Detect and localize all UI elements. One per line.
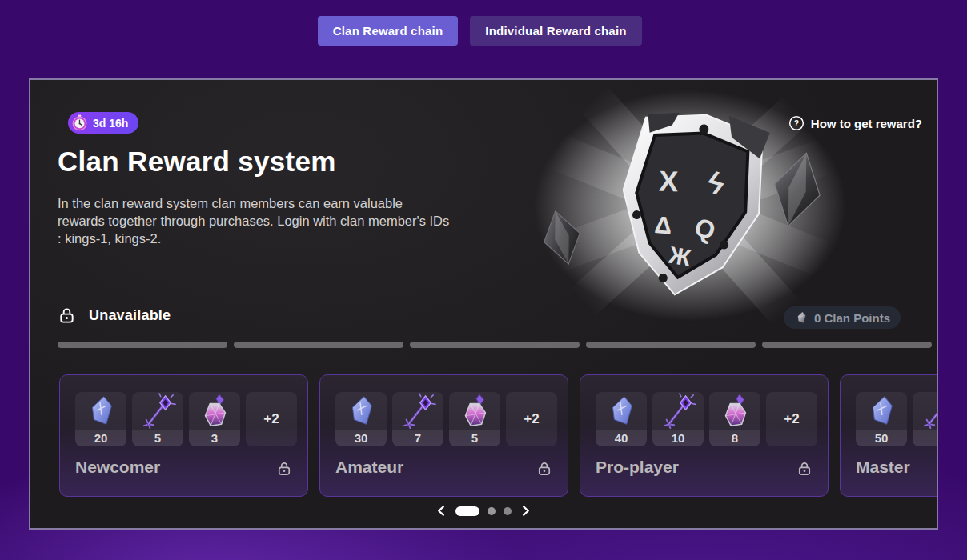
scepter-icon: [392, 392, 443, 430]
tier-title: Master: [856, 458, 910, 477]
carousel-page-active[interactable]: [455, 506, 479, 516]
how-to-get-reward-link[interactable]: How to get reward?: [788, 115, 922, 131]
panel-content: 3d 16h Clan Reward system In the clan re…: [30, 80, 937, 528]
tab-clan-reward-chain[interactable]: Clan Reward chain: [318, 16, 458, 46]
reward-item: 8: [709, 392, 760, 446]
reward-count: 20: [75, 430, 126, 446]
reward-count: 7: [392, 430, 443, 446]
crystal-icon: [75, 392, 126, 430]
reward-count: 50: [856, 430, 907, 446]
progress-segment: [234, 342, 403, 348]
reward-tiles: 30 7 5 +2: [335, 392, 557, 446]
timer-badge: 3d 16h: [68, 112, 138, 134]
more-rewards-tile: +2: [506, 392, 557, 446]
reward-item: 50: [856, 392, 907, 446]
question-icon: [788, 115, 804, 131]
reward-item: 10: [652, 392, 704, 446]
gray-gem-icon: [794, 310, 809, 325]
potion-icon: [449, 392, 500, 430]
tier-card-master[interactable]: 50 Master: [840, 374, 938, 497]
clan-reward-panel: X ϟ Δ Q Ж 3d 16h Clan Reward system In t…: [29, 78, 938, 530]
reward-item: 5: [449, 392, 500, 446]
tier-title: Pro-player: [596, 458, 679, 477]
potion-icon: [709, 392, 760, 430]
more-rewards-count: +2: [784, 411, 799, 427]
scepter-icon: [913, 392, 938, 430]
scepter-icon: [652, 392, 704, 430]
reward-count: [913, 430, 938, 446]
lock-icon: [796, 461, 813, 477]
progress-segment: [410, 342, 580, 348]
carousel-next-button[interactable]: [520, 505, 532, 517]
tier-title: Newcomer: [75, 458, 160, 477]
reward-item: 7: [392, 392, 443, 446]
availability-row: Unavailable: [58, 306, 171, 325]
lock-icon: [276, 461, 292, 477]
carousel-prev-button[interactable]: [435, 505, 447, 517]
reward-item: 3: [189, 392, 240, 446]
lock-icon: [58, 306, 76, 325]
reward-item: 20: [75, 392, 126, 446]
chevron-left-icon: [435, 505, 447, 517]
carousel-page-dot[interactable]: [488, 507, 496, 515]
timer-value: 3d 16h: [93, 117, 128, 130]
reward-item: [913, 392, 938, 446]
more-rewards-tile: +2: [766, 392, 817, 446]
reward-count: 30: [335, 430, 387, 446]
availability-status: Unavailable: [89, 307, 171, 324]
crystal-icon: [856, 392, 907, 430]
clan-points-value: 0 Clan Points: [814, 311, 890, 325]
tab-individual-reward-chain[interactable]: Individual Reward chain: [470, 16, 642, 46]
reward-count: 10: [652, 430, 704, 446]
reward-item: 40: [596, 392, 647, 446]
progress-segment: [762, 342, 932, 348]
page-title: Clan Reward system: [58, 146, 336, 178]
carousel-page-dot[interactable]: [504, 507, 512, 515]
more-rewards-count: +2: [263, 411, 279, 427]
tier-title: Amateur: [335, 458, 403, 477]
progress-segment: [586, 342, 756, 348]
chevron-right-icon: [520, 505, 532, 517]
crystal-icon: [596, 392, 647, 430]
more-rewards-count: +2: [524, 411, 539, 427]
tier-card-pro-player[interactable]: 40 10 8 +2 Pro-player: [580, 374, 829, 497]
reward-count: 5: [449, 430, 500, 446]
reward-count: 5: [132, 430, 183, 446]
reward-item: 30: [335, 392, 387, 446]
clan-points-badge: 0 Clan Points: [784, 306, 901, 329]
help-label: How to get reward?: [811, 117, 922, 130]
reward-item: 5: [132, 392, 183, 446]
reward-count: 8: [709, 430, 760, 446]
lock-icon: [536, 461, 552, 477]
reward-count: 3: [189, 430, 240, 446]
reward-tiles: 50: [856, 392, 938, 446]
reward-tiles: 40 10 8 +2: [596, 392, 817, 446]
reward-progress-bar: [58, 342, 932, 348]
potion-icon: [189, 392, 240, 430]
stopwatch-icon: [71, 114, 88, 131]
page-description: In the clan reward system clan members c…: [58, 194, 451, 247]
reward-tiles: 20 5 3 +2: [75, 392, 297, 446]
tier-card-amateur[interactable]: 30 7 5 +2 Amateur: [319, 374, 568, 497]
reward-count: 40: [596, 430, 647, 446]
crystal-icon: [335, 392, 387, 430]
progress-segment: [58, 342, 227, 348]
scepter-icon: [132, 392, 183, 430]
cards-carousel-controls: [435, 505, 532, 517]
more-rewards-tile: +2: [246, 392, 297, 446]
clan-reward-page: { "page": { "background": "#38096b", "ac…: [0, 0, 967, 560]
tier-cards-row: 20 5 3 +2 Newcomer: [59, 374, 938, 497]
tier-card-newcomer[interactable]: 20 5 3 +2 Newcomer: [59, 374, 308, 497]
